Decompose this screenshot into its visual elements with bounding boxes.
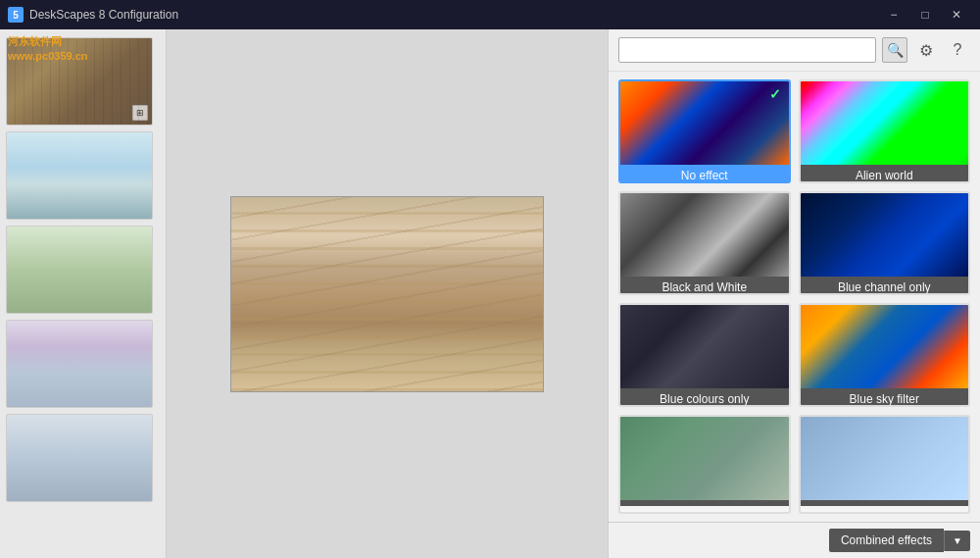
effect-card-partial2[interactable] [799, 415, 971, 514]
effect-thumbnail-black-and-white [620, 193, 789, 277]
effect-card-blue-colours-only[interactable]: Blue colours only Only keep blues [618, 303, 791, 407]
thumbnail-item[interactable] [6, 414, 153, 502]
help-icon[interactable]: ? [945, 37, 970, 63]
effect-label-black-and-white: Black and White [620, 277, 789, 295]
effect-thumbnail-blue-colours-only [620, 305, 789, 388]
window-title: DeskScapes 8 Configuration [29, 8, 178, 22]
effect-card-no-effect[interactable]: No effect 禁用所有特效 [618, 79, 791, 183]
effect-sublabel-partial2 [801, 506, 969, 512]
effect-thumbnail-blue-sky-filter [801, 305, 969, 388]
watermark: 河东软件网 www.pc0359.cn [8, 34, 88, 65]
watermark-line1: 河东软件网 [8, 34, 88, 49]
effect-thumbnail-blue-channel-only [801, 193, 969, 277]
effect-card-blue-sky-filter[interactable]: Blue sky filter 增加一图蓝天特效 [799, 303, 971, 407]
effects-grid: No effect 禁用所有特效 Alien world 一个超自然的彩色世界 … [609, 72, 980, 522]
bookmark-icon: ⊞ [132, 105, 148, 121]
effect-thumbnail-no-effect [620, 81, 789, 165]
watermark-line2: www.pc0359.cn [8, 49, 88, 64]
combined-effects-button[interactable]: Combined effects [829, 529, 944, 552]
close-button[interactable]: ✕ [941, 3, 972, 26]
effect-label-alien-world: Alien world [801, 165, 969, 183]
preview-image [230, 196, 544, 392]
search-icon[interactable]: 🔍 [882, 37, 907, 63]
bottom-bar: Combined effects ▼ [609, 522, 980, 558]
effect-label-no-effect: No effect [620, 165, 789, 183]
app-icon: 5 [8, 7, 24, 23]
minimize-button[interactable]: − [878, 3, 909, 26]
settings-icon[interactable]: ⚙ [913, 37, 939, 63]
thumbnail-item[interactable] [6, 320, 153, 408]
title-bar-left: 5 DeskScapes 8 Configuration [8, 7, 178, 23]
effect-thumbnail-partial2 [801, 417, 969, 500]
effect-thumbnail-partial1 [620, 417, 789, 500]
main-content: ⊞ 🔍 ⚙ ? No effect 禁用所有特效 Ali [0, 29, 980, 558]
combined-effects-dropdown[interactable]: ▼ [944, 531, 970, 551]
effect-card-blue-channel-only[interactable]: Blue channel only 移除所有的但蓝色除外 [799, 191, 971, 295]
title-bar-controls: − □ ✕ [878, 3, 972, 26]
thumbnail-item[interactable] [6, 226, 153, 314]
preview-area [167, 29, 608, 558]
effect-label-blue-colours-only: Blue colours only [620, 388, 789, 407]
search-input[interactable] [618, 37, 876, 63]
effect-card-alien-world[interactable]: Alien world 一个超自然的彩色世界 [799, 79, 971, 183]
title-bar: 5 DeskScapes 8 Configuration − □ ✕ [0, 0, 980, 29]
effect-thumbnail-alien-world [801, 81, 969, 165]
effect-card-black-and-white[interactable]: Black and White 仅黑白 [618, 191, 791, 295]
effects-toolbar: 🔍 ⚙ ? [609, 29, 980, 72]
thumbnail-sidebar: ⊞ [0, 29, 167, 558]
effect-sublabel-partial1 [620, 506, 789, 512]
effects-panel: 🔍 ⚙ ? No effect 禁用所有特效 Alien world 一个超自然… [608, 29, 980, 558]
effect-label-blue-channel-only: Blue channel only [801, 277, 969, 295]
thumbnail-item[interactable] [6, 131, 153, 220]
effect-card-partial1[interactable] [618, 415, 791, 514]
maximize-button[interactable]: □ [909, 3, 941, 26]
effect-label-blue-sky-filter: Blue sky filter [801, 388, 969, 407]
